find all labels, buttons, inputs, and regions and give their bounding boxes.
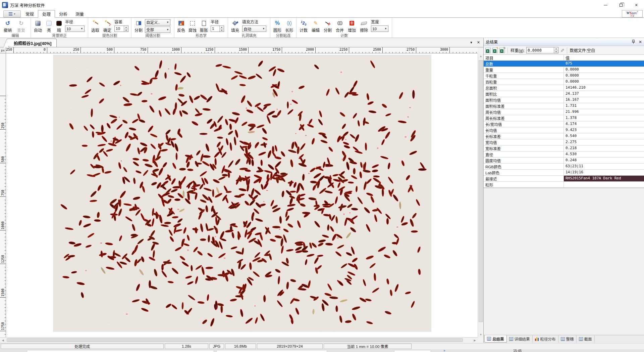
panel-tab-3[interactable]: 粒径分布 [533, 335, 558, 343]
panel-tab-2[interactable]: 详细结果 [507, 335, 533, 343]
tab-measure[interactable]: 测量 [71, 10, 88, 18]
table-row[interactable]: Lab颜色14|19|16 [484, 170, 644, 176]
circle-split-button[interactable]: %圆形 [272, 18, 283, 33]
table-row[interactable]: 最接近RHS2015Fan4 187A Dark Red [484, 176, 644, 182]
vertical-scrollbar[interactable]: ▲ ▼ [478, 53, 483, 337]
undo-button[interactable]: ↺撤销 [1, 18, 14, 33]
dark-button[interactable]: 暗 [54, 18, 64, 33]
erase-button[interactable]: 擦除 [358, 18, 370, 33]
add-button[interactable]: ＋增加 [346, 18, 358, 33]
table-row[interactable]: 总数875 [484, 61, 644, 67]
row-value: 875 [564, 61, 644, 67]
tolerance-spinner[interactable]: 10▲▼ [114, 26, 128, 32]
taskbar-window[interactable] [27, 350, 214, 352]
close-panel-icon[interactable]: ✕ [639, 40, 642, 44]
width-label: 宽度 [371, 19, 379, 25]
tab-general[interactable]: 常规 [21, 10, 38, 18]
table-row[interactable]: 长/宽均值4.174 [484, 121, 644, 127]
table-row[interactable]: 重量0.0000 [484, 67, 644, 73]
radius-dropdown[interactable]: 10▼ [65, 26, 85, 32]
table-row[interactable]: 面积标准差1.731 [484, 103, 644, 109]
oblong-split-button[interactable]: 长形 [284, 18, 295, 33]
width-dropdown[interactable]: 10▼ [371, 26, 388, 32]
close-document-icon[interactable]: ✕ [477, 40, 480, 45]
refresh-excel-icon[interactable]: ↻ [499, 48, 505, 53]
scrollbar-thumb[interactable] [479, 60, 483, 322]
close-button[interactable]: × [629, 0, 644, 10]
table-row[interactable]: RGB颜色63|23|11 [484, 164, 644, 170]
table-row[interactable]: 圆度均值0.248 [484, 158, 644, 164]
col-value: 值 [564, 55, 644, 60]
table-row[interactable]: 面积均值16.167 [484, 97, 644, 103]
status-filesize: 16.8Mb [225, 344, 256, 349]
tab-list-chevron[interactable]: ▾ [470, 40, 472, 45]
taskbar-sliver: » 15:45 [0, 349, 644, 352]
scroll-up-icon[interactable]: ▲ [478, 53, 484, 59]
sample-weight-spinner[interactable]: 0.0000▲▼ [526, 47, 558, 53]
table-row[interactable]: 宽标准差0.218 [484, 145, 644, 151]
count-split-button[interactable]: ＋分割 [322, 18, 333, 33]
table-row[interactable]: 直径4.530 [484, 151, 644, 158]
tab-analyze[interactable]: 分析 [55, 10, 71, 18]
count-edit-button[interactable]: ✎编辑 [310, 18, 321, 33]
table-row[interactable]: 周长标准差1.378 [484, 115, 644, 121]
threshold-mode-dropdown[interactable]: 自定义..▼ [145, 19, 170, 26]
panel-tab-1[interactable]: 总结果 [484, 335, 507, 343]
group-label: 形态学 [174, 33, 228, 38]
document-tab[interactable]: 拍照稻谷3.jpg[40%] [9, 39, 57, 47]
taskbar-clock[interactable]: 15:45 [513, 349, 522, 352]
taskbar-window[interactable] [216, 350, 327, 352]
bright-button[interactable]: 亮 [44, 18, 54, 33]
table-row[interactable]: 周长均值21.996 [484, 109, 644, 115]
scroll-down-icon[interactable]: ▼ [478, 332, 484, 337]
dilate-icon [202, 21, 206, 26]
image-viewport[interactable] [6, 53, 478, 337]
scrollbar-thumb[interactable] [7, 338, 463, 342]
restore-button[interactable] [613, 0, 629, 10]
horizontal-scrollbar[interactable]: ◀ ▶ [0, 337, 478, 343]
export-excel-icon[interactable] [485, 48, 491, 53]
confirm-button[interactable]: ✦✓确定 [102, 18, 113, 33]
table-row[interactable]: 粒形 [484, 182, 644, 188]
erode-button[interactable]: 腐蚀 [187, 18, 198, 33]
redo-button[interactable]: ↻重复 [15, 18, 28, 33]
table-row[interactable]: 百粒重0.0000 [484, 79, 644, 85]
tab-process[interactable]: 处理 [38, 10, 55, 18]
rice-grain-image[interactable] [53, 55, 431, 332]
fill-button[interactable]: ◆填充 [229, 18, 241, 33]
taskbar-window[interactable] [394, 350, 431, 352]
scroll-left-icon[interactable]: ◀ [0, 338, 6, 343]
row-value: 14|19|16 [564, 170, 644, 175]
row-value: 1.378 [564, 115, 644, 121]
panel-tab-5[interactable]: 截面 [577, 335, 595, 343]
scroll-right-icon[interactable]: ▶ [472, 338, 478, 343]
merge-button[interactable]: 合并 [334, 18, 345, 33]
pick-button[interactable]: ✦选取 [90, 18, 101, 33]
invert-button[interactable]: 反色 [176, 18, 186, 33]
list-icon [509, 337, 513, 341]
table-row[interactable]: 面积比24.137 [484, 91, 644, 97]
pen-icon[interactable]: ✎ [559, 48, 565, 52]
table-row[interactable]: 千粒重0.0000 [484, 73, 644, 79]
panel-tab-4[interactable]: 整穗 [558, 335, 577, 343]
morph-radius-spinner[interactable]: 1▲▼ [211, 26, 224, 32]
status-format: JPG [209, 344, 224, 349]
edit-excel-icon[interactable]: ✎ [492, 48, 498, 53]
col-item: 项目 [484, 55, 564, 60]
taskbar-chevron[interactable]: » [443, 349, 445, 352]
threshold-split-button[interactable]: 分割 [133, 18, 144, 33]
table-row[interactable]: 长标准差0.540 [484, 133, 644, 139]
minimize-button[interactable] [598, 0, 613, 10]
fill-method-dropdown[interactable]: 自动▼ [242, 26, 266, 32]
dilate-button[interactable]: 膨胀 [199, 18, 209, 33]
table-row[interactable]: 总面积14146.210 [484, 85, 644, 91]
auto-button[interactable]: 自动 [32, 18, 44, 33]
threshold-scope-dropdown[interactable]: 全部▼ [145, 27, 170, 33]
pin-icon[interactable] [632, 40, 635, 44]
table-row[interactable]: 宽均值2.275 [484, 139, 644, 145]
count-button[interactable]: 123计数 [298, 18, 309, 33]
group-color-pick-segmentation: ✦选取 ✦✓确定 容差 10▲▼ 提色分割 [88, 18, 131, 38]
table-row[interactable]: 长均值9.423 [484, 127, 644, 133]
main-menu-button[interactable]: ▾ [3, 10, 21, 17]
group-label: 分割粘连 [270, 33, 296, 38]
